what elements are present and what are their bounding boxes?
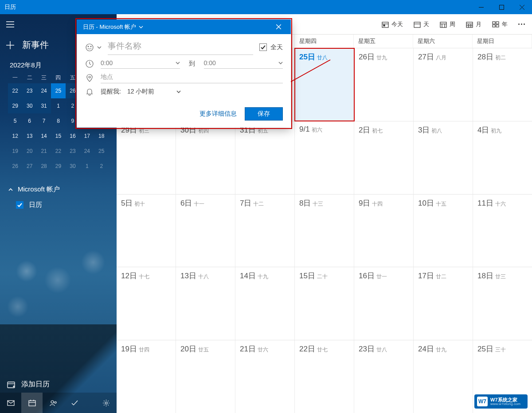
day-cell[interactable]: 31日初五 [235, 121, 295, 194]
month-view-button[interactable]: 月 [461, 14, 487, 34]
mini-cal-day[interactable]: 22 [51, 144, 65, 159]
day-cell[interactable]: 20日廿五 [176, 340, 235, 413]
mini-cal-day[interactable]: 6 [22, 113, 36, 129]
day-view-button[interactable]: 天 [408, 14, 434, 34]
mini-cal-day[interactable]: 5 [8, 113, 22, 129]
day-cell[interactable]: 28日初二 [473, 48, 532, 121]
week-view-button[interactable]: 周 [434, 14, 461, 34]
mini-cal-day[interactable]: 15 [51, 129, 65, 144]
day-cell[interactable]: 2日初七 [354, 121, 414, 194]
day-cell[interactable]: 29日初三 [117, 121, 176, 194]
day-cell[interactable]: 22日廿七 [295, 340, 354, 413]
day-cell[interactable]: 23日廿八 [354, 340, 414, 413]
calendar-checkbox-item[interactable]: 日历 [6, 196, 111, 211]
bell-icon [85, 88, 94, 96]
mini-cal-day[interactable]: 14 [37, 129, 51, 144]
day-cell[interactable]: 15日二十 [295, 267, 354, 340]
mini-cal-day[interactable]: 1 [51, 98, 65, 113]
location-input[interactable]: 地点 [101, 72, 283, 83]
start-time-select[interactable]: 0:00 [101, 58, 180, 69]
day-cell[interactable]: 19日廿四 [117, 340, 176, 413]
day-cell[interactable]: 12日十七 [117, 267, 176, 340]
mini-cal-day[interactable]: 25 [94, 144, 109, 159]
day-cell[interactable]: 6日十一 [176, 195, 235, 267]
day-cell[interactable]: 24日廿九 [414, 340, 473, 413]
mini-cal-day[interactable]: 22 [8, 83, 22, 98]
end-time-select[interactable]: 0:00 [204, 58, 283, 69]
day-cell[interactable]: 25日廿八 [295, 48, 354, 121]
mini-cal-day[interactable]: 27 [22, 159, 36, 174]
account-header-label: Microsoft 帐户 [18, 185, 60, 194]
chevron-down-icon[interactable] [139, 25, 143, 29]
svg-rect-36 [496, 22, 499, 24]
day-cell[interactable]: 3日初八 [414, 121, 473, 194]
account-header[interactable]: Microsoft 帐户 [6, 183, 111, 196]
more-button[interactable] [513, 14, 530, 34]
event-name-input[interactable]: 事件名称 [108, 39, 253, 55]
more-details-link[interactable]: 更多详细信息 [197, 108, 239, 120]
year-view-button[interactable]: 年 [487, 14, 513, 34]
settings-button[interactable] [95, 393, 117, 413]
mini-cal-day[interactable]: 16 [66, 129, 80, 144]
calendar-button[interactable] [21, 393, 43, 413]
mini-cal-day[interactable]: 2 [94, 159, 109, 174]
day-cell[interactable]: 27日八月 [414, 48, 473, 121]
mini-cal-day[interactable]: 28 [37, 159, 51, 174]
mini-cal-day[interactable]: 26 [8, 159, 22, 174]
mini-cal-day[interactable]: 13 [22, 129, 36, 144]
people-button[interactable] [43, 393, 64, 413]
day-cell[interactable]: 9/1初六 [295, 121, 354, 194]
emoji-picker-button[interactable] [85, 43, 94, 51]
todo-button[interactable] [64, 393, 85, 413]
mini-cal-day[interactable]: 23 [66, 144, 80, 159]
add-calendar-button[interactable]: 添加日历 [4, 377, 52, 392]
popup-close-button[interactable] [270, 19, 286, 34]
mini-cal-day[interactable]: 18 [94, 129, 109, 144]
mini-cal-day[interactable]: 12 [8, 129, 22, 144]
day-cell[interactable]: 8日十三 [295, 195, 354, 267]
allday-checkbox[interactable]: 全天 [259, 43, 283, 51]
mail-button[interactable] [0, 393, 21, 413]
mini-cal-day[interactable]: 30 [66, 159, 80, 174]
sidebar-bottom-bar [0, 393, 117, 413]
day-cell[interactable]: 16日廿一 [354, 267, 414, 340]
day-cell[interactable]: 5日初十 [117, 195, 176, 267]
day-cell[interactable]: 7日十二 [235, 195, 295, 267]
day-cell[interactable]: 30日初四 [176, 121, 235, 194]
mini-cal-month-label[interactable]: 2022年8月 [10, 61, 42, 70]
reminder-select[interactable]: 12 小时前 [127, 87, 181, 97]
close-button[interactable] [512, 0, 532, 14]
day-cell[interactable]: 13日十八 [176, 267, 235, 340]
mini-cal-day[interactable]: 20 [22, 144, 36, 159]
save-button[interactable]: 保存 [245, 107, 283, 121]
mini-cal-day[interactable]: 8 [51, 113, 65, 129]
today-button[interactable]: 今天 [376, 14, 408, 34]
mini-cal-day[interactable]: 21 [37, 144, 51, 159]
mini-cal-day[interactable]: 23 [22, 83, 36, 98]
mini-cal-day[interactable]: 29 [51, 159, 65, 174]
minimize-button[interactable] [471, 0, 491, 14]
mini-cal-day[interactable]: 31 [37, 98, 51, 113]
menu-toggle-button[interactable] [0, 14, 20, 35]
day-cell[interactable]: 14日十九 [235, 267, 295, 340]
day-cell[interactable]: 10日十五 [414, 195, 473, 267]
day-cell[interactable]: 9日十四 [354, 195, 414, 267]
day-cell[interactable]: 11日十六 [473, 195, 532, 267]
mini-cal-day[interactable]: 19 [8, 144, 22, 159]
mini-cal-day[interactable]: 7 [37, 113, 51, 129]
day-cell[interactable]: 21日廿六 [235, 340, 295, 413]
mini-cal-day[interactable]: 30 [22, 98, 36, 113]
maximize-button[interactable] [491, 0, 512, 14]
mini-cal-day[interactable]: 24 [80, 144, 94, 159]
mini-cal-day[interactable]: 29 [8, 98, 22, 113]
mini-cal-day[interactable]: 25 [51, 83, 65, 98]
day-cell[interactable]: 4日初九 [473, 121, 532, 194]
chevron-down-icon[interactable] [97, 45, 102, 50]
day-cell[interactable]: 18日廿三 [473, 267, 532, 340]
mini-cal-day[interactable]: 1 [80, 159, 94, 174]
svg-point-20 [105, 402, 107, 404]
day-cell[interactable]: 26日廿九 [354, 48, 414, 121]
mini-cal-day[interactable]: 24 [37, 83, 51, 98]
mini-cal-day[interactable]: 17 [80, 129, 94, 144]
day-cell[interactable]: 17日廿二 [414, 267, 473, 340]
